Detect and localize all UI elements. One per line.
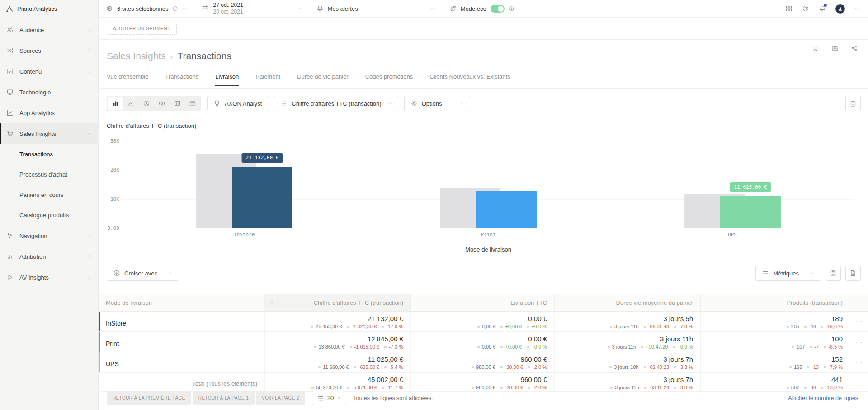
column-header-2[interactable]: Chiffre d'affaires TTC (transaction) <box>264 294 410 311</box>
chart-type-bar-chart-icon[interactable] <box>108 97 123 110</box>
chevron-down-icon <box>337 395 341 401</box>
chart-type-map-icon[interactable] <box>170 97 184 110</box>
rows-per-page-value: 20 <box>327 395 334 401</box>
sidebar-item-sources[interactable]: Sources <box>0 40 98 61</box>
metric-comparison: 980,00 €-20,00 €-2,0 % <box>418 364 547 370</box>
sidebar-item-attribution[interactable]: Attribution <box>0 246 98 267</box>
page-2-button[interactable]: VOIR LA PAGE 2 <box>256 391 305 405</box>
copy-chart-button[interactable] <box>845 96 861 111</box>
info-icon[interactable] <box>509 6 514 12</box>
site-selector[interactable]: 6 sites sélectionnés <box>99 0 194 17</box>
chart-type-venn-icon[interactable] <box>154 97 169 110</box>
copy-table-button[interactable] <box>826 266 841 281</box>
rows-per-page-select[interactable]: 20 <box>312 391 346 405</box>
chart-type-pie-chart-icon[interactable] <box>139 97 154 110</box>
chart-type-line-chart-icon[interactable] <box>123 97 138 110</box>
share-icon[interactable] <box>851 45 858 52</box>
column-header-4[interactable]: Durée vie moyenne du panier <box>554 294 700 311</box>
y-tick-label: 20K <box>99 167 119 173</box>
column-header-1[interactable]: Mode de livraison <box>99 294 264 311</box>
comparison-chip: -635,00 € <box>354 364 379 370</box>
comparison-chip: 25 453,30 € <box>311 324 342 329</box>
comparison-chip: -11,7 % <box>382 385 403 390</box>
eco-mode: Mode éco <box>442 0 522 17</box>
gear-icon <box>410 100 418 107</box>
comparison-chip: -5,4 % <box>384 364 403 370</box>
info-icon[interactable] <box>172 6 178 12</box>
chevron-down-icon[interactable] <box>430 5 434 12</box>
row-label-cell[interactable]: Print <box>99 332 264 352</box>
tab-vue-d-ensemble[interactable]: Vue d'ensemble <box>107 73 148 86</box>
save-icon[interactable] <box>831 45 839 52</box>
sidebar-item-sales-insights[interactable]: Sales Insights <box>0 123 98 144</box>
bar-group-print <box>366 141 610 228</box>
metric-comparison: 107-7-6,5 % <box>708 344 843 349</box>
metrics-dropdown[interactable]: Métriques <box>755 266 821 281</box>
axon-analyst-button[interactable]: AXON Analyst <box>207 96 268 111</box>
export-table-button[interactable] <box>845 266 861 281</box>
tab-dur-e-de-vie-panier[interactable]: Durée de vie panier <box>297 73 348 86</box>
eco-mode-toggle[interactable] <box>491 5 505 13</box>
comparison-chip: -7,3 % <box>384 344 403 349</box>
breadcrumb-parent[interactable]: Sales Insights <box>107 51 166 61</box>
topbar: 6 sites sélectionnés 27 oct. 2021 20 oct… <box>99 0 868 18</box>
row-menu-button[interactable]: ··· <box>850 332 868 352</box>
tab-livraison[interactable]: Livraison <box>215 73 239 86</box>
alerts-selector[interactable]: Mes alertes <box>309 0 442 17</box>
date-range-line2: 20 oct. 2021 <box>213 9 243 15</box>
x-tick-label: UPS <box>610 232 854 238</box>
comparison-chip: +0,00 € <box>500 324 522 329</box>
tab-transactions[interactable]: Transactions <box>165 73 198 86</box>
row-menu-button[interactable]: ··· <box>850 352 868 372</box>
comparison-chip: 507 <box>787 385 799 390</box>
tab-clients-nouveaux-vs-existants[interactable]: Clients Nouveaux vs. Existants <box>429 73 510 86</box>
sidebar-item-av-insights[interactable]: AV Insights <box>0 267 98 288</box>
sidebar-item-technologie[interactable]: Technologie <box>0 82 98 102</box>
app-logo[interactable]: Piano Analytics <box>0 0 98 18</box>
show-row-count-link[interactable]: Afficher le nombre de lignes <box>788 395 858 401</box>
row-menu-button[interactable]: ··· <box>850 312 868 331</box>
metric-comparison: 3 jours 11h+00:47:20+0,9 % <box>562 344 693 349</box>
chevron-down-icon[interactable] <box>854 5 859 13</box>
sort-icon[interactable] <box>269 299 275 306</box>
metric-comparison: 235-46-19,6 % <box>708 324 843 329</box>
tab-paiement[interactable]: Paiement <box>255 73 280 86</box>
chevron-down-icon[interactable] <box>297 5 302 12</box>
metric-value: 960,00 € <box>418 376 547 383</box>
apps-grid-icon[interactable] <box>785 5 793 12</box>
notifications-bell-icon[interactable] <box>819 5 826 12</box>
bookmark-icon[interactable] <box>812 45 819 52</box>
page-1-button[interactable]: RETOUR À LA PAGE 1 <box>193 391 255 405</box>
date-range-picker[interactable]: 27 oct. 2021 20 oct. 2021 <box>194 0 309 17</box>
sidebar-item-processus-d-achat[interactable]: Processus d'achat <box>0 164 98 185</box>
list-icon <box>317 395 324 402</box>
column-header-3[interactable]: Livraison TTC <box>410 294 554 311</box>
metric-comparison: 50 973,30 €-5 971,30 €-11,7 % <box>272 385 403 390</box>
avatar[interactable] <box>835 4 845 14</box>
chevron-right-icon <box>87 253 92 260</box>
sidebar-item-catalogue-produits[interactable]: Catalogue produits <box>0 205 98 225</box>
sidebar-item-paniers-en-cours[interactable]: Paniers en cours <box>0 185 98 205</box>
chevron-down-icon[interactable] <box>182 5 187 12</box>
first-page-button[interactable]: RETOUR À LA PREMIÈRE PAGE <box>107 391 191 405</box>
sidebar-item-navigation[interactable]: Navigation <box>0 225 98 246</box>
options-dropdown[interactable]: Options <box>404 96 471 111</box>
metric-cell: 100107-7-6,5 % <box>700 332 850 352</box>
column-header-5[interactable]: Produits (transaction) <box>700 294 850 311</box>
sidebar-item-app-analytics[interactable]: App Analytics <box>0 102 98 123</box>
sidebar-item-transactions[interactable]: Transactions <box>0 144 98 164</box>
row-label: InStore <box>106 320 126 327</box>
help-icon[interactable] <box>802 5 809 12</box>
sidebar-item-contenu[interactable]: Contenu <box>0 61 98 82</box>
row-label-cell[interactable]: UPS <box>99 352 264 372</box>
row-label-cell[interactable]: InStore <box>99 312 264 331</box>
tab-codes-promotions[interactable]: Codes promotions <box>365 73 413 86</box>
add-segment-button[interactable]: AJOUTER UN SEGMENT <box>107 23 177 35</box>
metric-selector-dropdown[interactable]: Chiffre d'affaires TTC (transaction) <box>274 96 398 111</box>
current-bar[interactable] <box>720 196 781 228</box>
sidebar-item-audience[interactable]: Audience <box>0 19 98 40</box>
cross-with-dropdown[interactable]: Croiser avec... <box>107 266 179 281</box>
current-bar[interactable] <box>232 167 292 228</box>
chart-type-table-icon[interactable] <box>185 97 200 110</box>
current-bar[interactable] <box>476 191 537 228</box>
